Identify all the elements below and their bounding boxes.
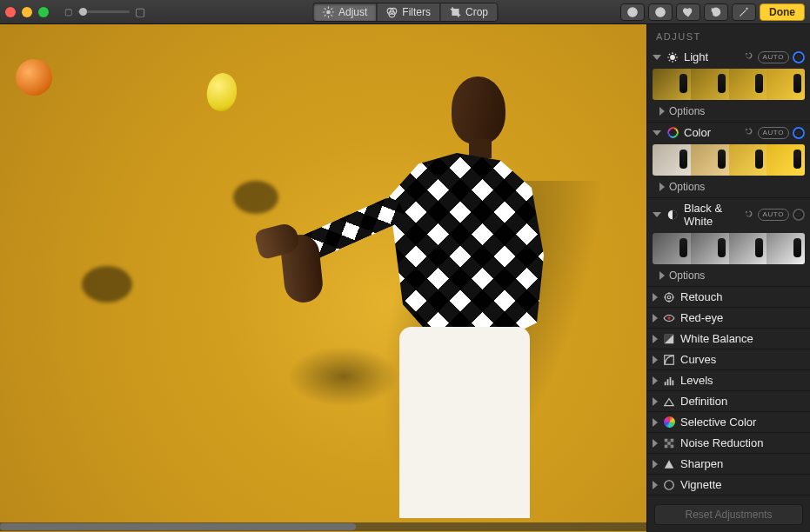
- svg-point-0: [326, 10, 331, 14]
- section-color-header[interactable]: Color AUTO: [647, 123, 810, 143]
- light-range-slider[interactable]: [653, 69, 805, 100]
- section-sharpen-header[interactable]: Sharpen: [647, 454, 810, 474]
- vignette-icon: [663, 479, 675, 491]
- photo-person: [368, 76, 551, 529]
- done-button[interactable]: Done: [760, 3, 805, 21]
- light-options-toggle[interactable]: Options: [647, 103, 810, 122]
- reset-adjustments-button[interactable]: Reset Adjustments: [654, 504, 803, 525]
- adjust-tab[interactable]: Adjust: [312, 3, 376, 22]
- bw-options-toggle[interactable]: Options: [647, 268, 810, 286]
- section-vignette-header[interactable]: Vignette: [647, 475, 810, 495]
- section-selcolor-label: Selective Color: [680, 416, 805, 429]
- definition-icon: [663, 396, 675, 408]
- svg-rect-43: [671, 438, 674, 442]
- svg-rect-40: [673, 380, 674, 385]
- disclosure-triangle-icon: [653, 418, 658, 427]
- bw-options-label: Options: [669, 269, 705, 282]
- section-bw-header[interactable]: Black & White AUTO: [647, 198, 810, 231]
- scrollbar-thumb[interactable]: [0, 523, 356, 530]
- section-selcolor-header[interactable]: Selective Color: [647, 412, 810, 432]
- filters-tab[interactable]: Filters: [376, 3, 439, 22]
- svg-line-23: [669, 53, 670, 54]
- photo-canvas[interactable]: [0, 24, 646, 532]
- rotate-button[interactable]: [704, 3, 728, 21]
- color-options-toggle[interactable]: Options: [647, 179, 810, 197]
- section-color-label: Color: [684, 126, 739, 139]
- zoom-slider[interactable]: ▢ ▢: [64, 5, 145, 18]
- section-redeye: Red-eye: [647, 308, 810, 329]
- adjust-tab-label: Adjust: [338, 6, 367, 18]
- section-noise-reduction: Noise Reduction: [647, 433, 810, 454]
- section-definition: Definition: [647, 391, 810, 412]
- revert-light-button[interactable]: [744, 50, 754, 63]
- reactions-button[interactable]: [648, 3, 673, 21]
- section-wb-header[interactable]: White Balance: [647, 329, 810, 349]
- info-button[interactable]: [620, 3, 645, 21]
- color-range-slider[interactable]: [653, 144, 805, 176]
- section-white-balance: White Balance: [647, 329, 810, 349]
- auto-light-button[interactable]: AUTO: [758, 51, 789, 63]
- redeye-icon: [663, 312, 675, 324]
- bw-range-slider[interactable]: [653, 233, 805, 264]
- section-selective-color: Selective Color: [647, 412, 810, 433]
- svg-point-18: [671, 55, 675, 59]
- section-levels: Levels: [647, 370, 810, 391]
- disclosure-triangle-icon: [653, 439, 658, 448]
- revert-bw-button[interactable]: [744, 209, 754, 222]
- titlebar: ▢ ▢ Adjust Filters Crop: [0, 0, 810, 24]
- zoom-knob[interactable]: [79, 8, 87, 16]
- section-definition-label: Definition: [680, 395, 805, 408]
- section-redeye-label: Red-eye: [680, 311, 805, 324]
- minimize-window-button[interactable]: [22, 7, 32, 17]
- light-icon: [666, 51, 679, 63]
- edited-photo: [0, 24, 646, 532]
- toolbar-right-group: Done: [620, 3, 805, 21]
- section-definition-header[interactable]: Definition: [647, 391, 810, 411]
- heart-icon: [682, 6, 694, 18]
- section-light: Light AUTO Options: [647, 47, 810, 123]
- auto-bw-button[interactable]: AUTO: [758, 209, 789, 221]
- zoom-in-icon: ▢: [135, 5, 145, 18]
- crop-tab[interactable]: Crop: [439, 3, 498, 22]
- section-levels-header[interactable]: Levels: [647, 370, 810, 390]
- filters-tab-label: Filters: [402, 6, 431, 18]
- enable-bw-toggle[interactable]: [793, 209, 805, 221]
- section-curves-label: Curves: [680, 353, 805, 366]
- section-retouch: Retouch: [647, 287, 810, 308]
- photo-lemon-fruit: [204, 71, 239, 113]
- auto-enhance-button[interactable]: [732, 3, 756, 21]
- enable-color-toggle[interactable]: [793, 127, 805, 139]
- svg-rect-39: [670, 376, 672, 384]
- rotate-icon: [710, 6, 722, 18]
- section-redeye-header[interactable]: Red-eye: [647, 308, 810, 328]
- section-light-header[interactable]: Light AUTO: [647, 47, 810, 67]
- disclosure-triangle-icon: [653, 55, 661, 60]
- auto-color-button[interactable]: AUTO: [758, 127, 789, 139]
- favorite-button[interactable]: [676, 3, 700, 21]
- zoom-window-button[interactable]: [38, 7, 49, 17]
- close-window-button[interactable]: [5, 7, 16, 17]
- enable-light-toggle[interactable]: [793, 51, 805, 63]
- svg-line-24: [675, 59, 676, 60]
- svg-point-15: [656, 7, 666, 17]
- svg-rect-46: [671, 444, 674, 448]
- revert-color-button[interactable]: [744, 126, 754, 139]
- svg-rect-44: [667, 442, 671, 445]
- svg-line-26: [675, 53, 676, 54]
- section-retouch-label: Retouch: [680, 290, 805, 303]
- reset-label: Reset Adjustments: [685, 509, 772, 521]
- disclosure-triangle-icon: [653, 293, 658, 302]
- section-curves-header[interactable]: Curves: [647, 349, 810, 369]
- smile-icon: [654, 6, 666, 18]
- svg-point-16: [659, 10, 659, 11]
- filters-icon: [385, 6, 398, 18]
- disclosure-triangle-icon: [659, 183, 665, 191]
- svg-point-14: [632, 9, 633, 10]
- zoom-out-icon: ▢: [64, 7, 72, 17]
- section-noise-header[interactable]: Noise Reduction: [647, 433, 810, 453]
- zoom-track[interactable]: [77, 10, 130, 13]
- horizontal-scrollbar[interactable]: [0, 522, 646, 531]
- section-retouch-header[interactable]: Retouch: [647, 287, 810, 307]
- section-noise-label: Noise Reduction: [680, 436, 805, 449]
- disclosure-triangle-icon: [653, 397, 658, 406]
